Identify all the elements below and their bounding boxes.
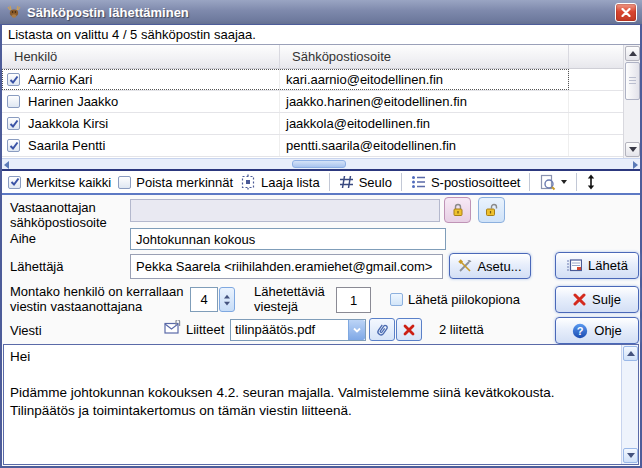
batch-size-value[interactable]: 4 (190, 287, 218, 312)
sender-label: Lähettäjä (10, 259, 64, 274)
resize-panel-button[interactable] (586, 174, 596, 190)
table-row[interactable]: Harinen Jaakko jaakko.harinen@eitodellin… (2, 91, 640, 113)
paperclip-icon (375, 322, 389, 337)
toolbar-separator (529, 173, 530, 191)
table-row[interactable]: Aarnio Kari kari.aarnio@eitodellinen.fin (2, 69, 640, 91)
step-up-icon[interactable] (224, 294, 230, 298)
message-box: Hei Pidämme johtokunnan kokouksen 4.2. s… (3, 344, 639, 465)
attachments-dropdown[interactable]: tilinpäätös.pdf (230, 319, 366, 341)
checkbox[interactable] (390, 293, 403, 306)
row-checkbox[interactable] (7, 139, 20, 152)
filter-button[interactable]: Seulo (339, 175, 392, 190)
mail-attachment-icon (164, 320, 182, 335)
messages-count-field: 1 (336, 287, 371, 313)
message-scrollbar[interactable] (621, 345, 638, 464)
subject-input[interactable] (130, 228, 446, 250)
row-checkbox[interactable] (7, 95, 20, 108)
person-email: jaakko.harinen@eitodellinen.fin (280, 91, 569, 112)
close-label: Sulje (592, 292, 621, 307)
message-textarea[interactable]: Hei Pidämme johtokunnan kokouksen 4.2. s… (4, 345, 621, 464)
messages-count-label: Lähetettäviä viestejä (254, 284, 344, 314)
add-attachment-button[interactable] (369, 318, 395, 341)
help-button[interactable]: ? Ohje (555, 317, 639, 344)
dropdown-button[interactable] (348, 320, 365, 340)
message-label: Viesti (10, 323, 42, 338)
wide-list-label: Laaja lista (261, 175, 320, 190)
row-checkbox[interactable] (7, 73, 20, 86)
table-row[interactable]: Saarila Pentti pentti.saarila@eitodellin… (2, 135, 640, 157)
scroll-right-icon[interactable] (633, 161, 638, 169)
scroll-thumb[interactable] (625, 62, 640, 100)
close-x-icon (573, 293, 586, 306)
up-down-arrows-icon (586, 174, 596, 190)
attachments-label: Liitteet (186, 322, 224, 337)
email-addresses-button[interactable]: S-postiosoitteet (411, 175, 521, 190)
column-header-email[interactable]: Sähköpostiosoite (280, 45, 569, 68)
close-button[interactable]: Sulje (555, 286, 639, 313)
table-vertical-scrollbar[interactable] (623, 45, 640, 158)
grid-icon (339, 175, 354, 189)
toolbar: Merkitse kaikki Poista merkinnät Laaja l… (2, 171, 640, 193)
checkbox[interactable] (118, 176, 131, 189)
selected-attachment: tilinpäätös.pdf (231, 320, 348, 340)
send-mail-icon (566, 259, 582, 272)
person-email: kari.aarnio@eitodellinen.fin (280, 69, 569, 90)
lock-open-button[interactable] (478, 197, 505, 223)
batch-size-stepper[interactable]: 4 (190, 287, 235, 312)
close-window-button[interactable] (615, 3, 637, 22)
close-icon (621, 8, 631, 17)
title-bar: Sähköpostin lähettäminen (0, 0, 642, 25)
recipient-email-field (130, 199, 440, 222)
clear-marks-label: Poista merkinnät (136, 175, 233, 190)
table-row[interactable]: Jaakkola Kirsi jaakkola@eitodellinen.fin (2, 113, 640, 135)
bcc-checkbox[interactable]: Lähetä piilokopiona (390, 292, 520, 307)
toolbar-separator (401, 173, 402, 191)
attachments-count: 2 liitettä (439, 322, 484, 337)
print-preview-button[interactable] (539, 174, 567, 191)
svg-text:?: ? (577, 325, 584, 337)
step-down-icon[interactable] (224, 301, 230, 305)
person-name: Saarila Pentti (28, 138, 105, 153)
lock-open-icon (484, 203, 499, 217)
lock-closed-icon (451, 203, 465, 217)
mark-all-checkbox[interactable]: Merkitse kaikki (8, 175, 111, 190)
filter-label: Seulo (359, 175, 392, 190)
table-horizontal-scrollbar[interactable] (2, 158, 640, 169)
scroll-left-icon[interactable] (4, 161, 9, 169)
status-bar: Listasta on valittu 4 / 5 sähköpostin sa… (2, 25, 640, 45)
chevron-down-icon[interactable] (561, 180, 567, 184)
person-name: Aarnio Kari (28, 72, 92, 87)
delete-x-icon (403, 324, 415, 336)
help-label: Ohje (594, 323, 621, 338)
send-label: Lähetä (588, 258, 628, 273)
email-addresses-label: S-postiosoitteet (431, 175, 521, 190)
expand-selection-icon (240, 174, 256, 190)
checkbox[interactable] (8, 176, 21, 189)
row-checkbox[interactable] (7, 117, 20, 130)
wide-list-button[interactable]: Laaja lista (240, 174, 320, 190)
mark-all-label: Merkitse kaikki (26, 175, 111, 190)
scroll-down-button[interactable] (625, 142, 640, 157)
sender-field[interactable]: Pekka Saarela <riihilahden.eramiehet@gma… (130, 254, 443, 279)
send-button[interactable]: Lähetä (555, 252, 639, 279)
remove-attachment-button[interactable] (396, 318, 422, 341)
sender-settings-button[interactable]: Asetu... (449, 253, 531, 279)
column-header-person[interactable]: Henkilö (2, 45, 280, 68)
scroll-up-button[interactable] (625, 46, 640, 61)
scroll-down-button[interactable] (623, 448, 638, 463)
stepper-buttons[interactable] (219, 287, 235, 312)
help-icon: ? (572, 323, 588, 339)
subject-label: Aihe (10, 231, 36, 246)
scroll-up-button[interactable] (623, 346, 638, 361)
batch-size-label: Montako henkilö on kerrallaan viestin va… (10, 284, 192, 314)
recipient-email-label: Vastaanottajan sähköpostiosoite (10, 200, 128, 230)
tools-icon (458, 259, 473, 273)
lock-closed-button[interactable] (444, 197, 471, 223)
person-name: Harinen Jaakko (28, 94, 118, 109)
print-preview-icon (539, 174, 556, 191)
scroll-thumb[interactable] (292, 160, 346, 168)
clear-marks-checkbox[interactable]: Poista merkinnät (118, 175, 233, 190)
list-icon (411, 175, 426, 189)
toolbar-separator (329, 173, 330, 191)
person-email: pentti.saarila@eitodellinen.fin (280, 135, 569, 156)
